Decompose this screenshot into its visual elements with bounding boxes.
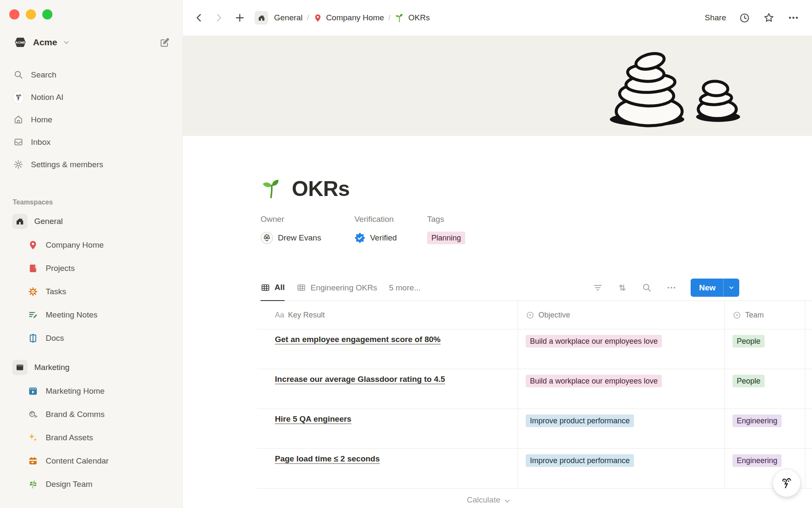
owner-property-label: Owner bbox=[261, 215, 354, 225]
title-type-icon: Aa bbox=[275, 311, 284, 320]
back-icon[interactable] bbox=[194, 12, 205, 23]
compose-icon[interactable] bbox=[159, 36, 170, 48]
new-button-chevron[interactable] bbox=[723, 279, 739, 297]
sort-icon[interactable] bbox=[617, 282, 628, 293]
more-options-icon[interactable] bbox=[666, 282, 677, 293]
team-cell[interactable]: Engineering bbox=[724, 409, 805, 449]
sidebar-item-brand-assets[interactable]: Brand Assets bbox=[0, 426, 182, 449]
tags-property-label: Tags bbox=[427, 215, 465, 225]
owner-property-value[interactable]: Drew Evans bbox=[261, 231, 354, 245]
sidebar-item-marketing-home[interactable]: Marketing Home bbox=[0, 379, 182, 403]
key-result-cell[interactable]: Increase our average Glassdoor rating to… bbox=[257, 369, 518, 409]
table-footer: Calculate bbox=[257, 489, 812, 508]
window-controls bbox=[0, 9, 182, 19]
sidebar-item-label: Notion AI bbox=[31, 93, 63, 102]
sidebar-nav: Search Notion AI bbox=[0, 64, 182, 176]
page-label: Tasks bbox=[46, 287, 66, 296]
notion-ai-icon bbox=[779, 476, 794, 490]
star-favorite-icon[interactable] bbox=[763, 12, 775, 24]
sidebar-item-label: Inbox bbox=[31, 138, 50, 147]
sidebar-item-notion-ai[interactable]: Notion AI bbox=[0, 86, 182, 108]
verified-badge-icon bbox=[354, 232, 365, 243]
search-icon[interactable] bbox=[642, 282, 652, 293]
ship-wheel-icon bbox=[27, 287, 39, 297]
filter-icon[interactable] bbox=[593, 282, 603, 293]
sidebar-item-search[interactable]: Search bbox=[0, 64, 182, 86]
breadcrumb-general[interactable]: General bbox=[274, 13, 303, 22]
calendar-icon bbox=[27, 456, 39, 466]
sidebar-item-meeting-notes[interactable]: Meeting Notes bbox=[0, 303, 182, 326]
column-header-objective[interactable]: Objective bbox=[518, 301, 724, 329]
new-button-group: New bbox=[691, 279, 739, 297]
sidebar-item-docs[interactable]: Docs bbox=[0, 326, 182, 350]
topbar: General / Company Home / OKRs Share bbox=[183, 0, 812, 36]
notion-ai-floating-button[interactable] bbox=[773, 469, 801, 497]
objective-cell[interactable]: Build a workplace our employees love bbox=[518, 369, 724, 409]
workspace-switcher[interactable]: ACME Acme bbox=[0, 33, 182, 52]
objective-cell[interactable]: Improve product performance bbox=[518, 449, 724, 489]
team-cell[interactable]: People bbox=[724, 329, 805, 369]
breadcrumb-home-icon[interactable] bbox=[255, 11, 268, 25]
sidebar-item-settings[interactable]: Settings & members bbox=[0, 153, 182, 176]
key-result-cell[interactable]: Hire 5 QA engineers bbox=[257, 409, 518, 449]
table-row: Get an employee engagement score of 80% … bbox=[257, 329, 812, 369]
sidebar-item-home[interactable]: Home bbox=[0, 108, 182, 131]
key-result-cell[interactable]: Page load time ≤ 2 seconds bbox=[257, 449, 518, 489]
tag-planning: Planning bbox=[427, 232, 465, 244]
page-title: OKRs bbox=[292, 177, 350, 201]
sidebar-item-brand-comms[interactable]: Brand & Comms bbox=[0, 403, 182, 426]
page-cover[interactable] bbox=[183, 36, 812, 136]
close-window-button[interactable] bbox=[9, 9, 19, 19]
team-cell[interactable]: People bbox=[724, 369, 805, 409]
page-label: Docs bbox=[46, 334, 64, 343]
page-label: Projects bbox=[46, 264, 75, 273]
sidebar-item-tasks[interactable]: Tasks bbox=[0, 280, 182, 303]
sidebar-item-projects[interactable]: Projects bbox=[0, 257, 182, 280]
key-result-cell[interactable]: Get an employee engagement score of 80% bbox=[257, 329, 518, 369]
sidebar-item-content-calendar[interactable]: Content Calendar bbox=[0, 449, 182, 472]
page-properties: Owner Drew Evans bbox=[261, 215, 812, 245]
main-pane: General / Company Home / OKRs Share bbox=[183, 0, 812, 508]
clock-history-icon[interactable] bbox=[739, 12, 750, 24]
tab-engineering-okrs[interactable]: Engineering OKRs bbox=[296, 275, 377, 301]
sidebar-item-design-team[interactable]: Design Team bbox=[0, 472, 182, 496]
seedling-icon bbox=[261, 178, 283, 200]
page-label: Marketing Home bbox=[46, 387, 104, 396]
notes-pencil-icon bbox=[27, 310, 39, 320]
table-row: Hire 5 QA engineers Improve product perf… bbox=[257, 409, 812, 449]
tab-more-views[interactable]: 5 more... bbox=[389, 275, 421, 301]
gear-icon bbox=[13, 159, 24, 170]
media-clapper-icon bbox=[27, 386, 39, 396]
column-header-team[interactable]: Team bbox=[724, 301, 805, 329]
docs-icon bbox=[27, 333, 39, 343]
sidebar-item-label: Home bbox=[31, 115, 52, 124]
notion-window: ACME Acme Search bbox=[0, 0, 812, 508]
sidebar-item-inbox[interactable]: Inbox bbox=[0, 131, 182, 153]
more-options-icon[interactable] bbox=[787, 12, 799, 24]
tags-property-value[interactable]: Planning bbox=[427, 231, 465, 245]
zoom-window-button[interactable] bbox=[42, 9, 52, 19]
minimize-window-button[interactable] bbox=[26, 9, 36, 19]
new-button[interactable]: New bbox=[691, 279, 723, 297]
verification-property-value[interactable]: Verified bbox=[354, 231, 427, 245]
new-page-plus-icon[interactable] bbox=[234, 12, 245, 23]
objective-cell[interactable]: Build a workplace our employees love bbox=[518, 329, 724, 369]
sidebar-item-marketing[interactable]: Marketing bbox=[0, 356, 182, 379]
breadcrumb-company-home[interactable]: Company Home bbox=[326, 13, 384, 22]
table-header-row: Aa Key Result Objective Team bbox=[257, 301, 812, 329]
breadcrumb: General / Company Home / OKRs bbox=[274, 13, 430, 23]
tab-all[interactable]: All bbox=[261, 275, 285, 301]
topbar-actions: Share bbox=[705, 12, 799, 24]
table-row: Increase our average Glassdoor rating to… bbox=[257, 369, 812, 409]
column-header-key-result[interactable]: Aa Key Result bbox=[257, 301, 518, 329]
sidebar-item-general[interactable]: General bbox=[0, 210, 182, 233]
objective-cell[interactable]: Improve product performance bbox=[518, 409, 724, 449]
forward-icon[interactable] bbox=[213, 12, 224, 23]
team-tag: People bbox=[732, 335, 765, 348]
calculate-button[interactable]: Calculate bbox=[257, 489, 518, 505]
teamspace-label: Marketing bbox=[34, 363, 69, 372]
shell-icon bbox=[27, 409, 39, 420]
share-button[interactable]: Share bbox=[705, 13, 726, 22]
sidebar-item-company-home[interactable]: Company Home bbox=[0, 233, 182, 257]
breadcrumb-okrs[interactable]: OKRs bbox=[408, 13, 430, 22]
